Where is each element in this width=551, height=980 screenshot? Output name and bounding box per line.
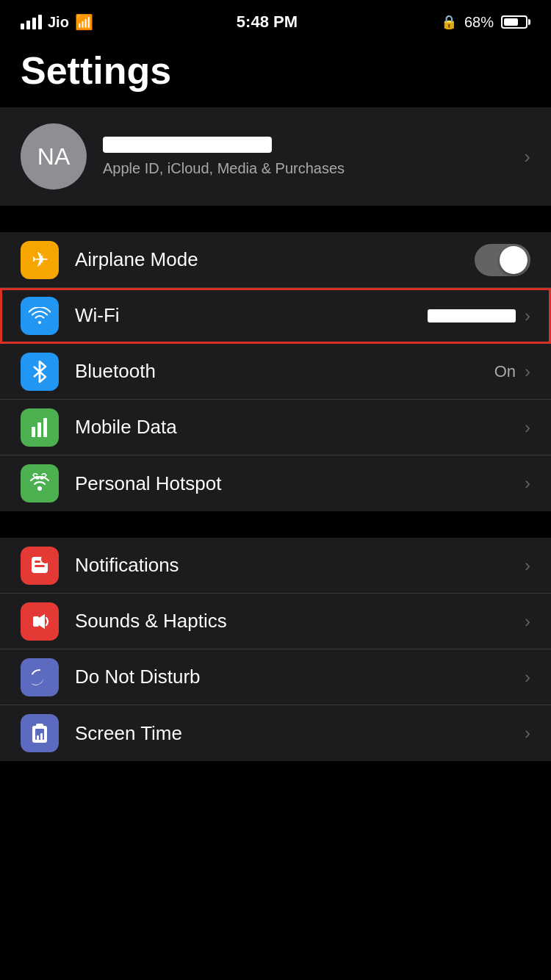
screen-time-label: Screen Time (75, 722, 522, 745)
svg-rect-10 (35, 565, 45, 567)
svg-rect-4 (37, 422, 41, 437)
avatar: NA (21, 123, 87, 190)
personal-hotspot-label: Personal Hotspot (75, 472, 522, 495)
notifications-label: Notifications (75, 554, 522, 577)
screen-time-row[interactable]: Screen Time › (0, 705, 551, 761)
general-settings-group: Notifications › Sounds & Haptics › Do No… (0, 538, 551, 761)
bluetooth-label: Bluetooth (75, 360, 494, 383)
bluetooth-row[interactable]: Bluetooth On › (0, 344, 551, 400)
personal-hotspot-icon (21, 464, 59, 502)
notifications-chevron: › (525, 555, 530, 576)
signal-bars (21, 15, 42, 29)
personal-hotspot-chevron: › (525, 473, 530, 494)
toggle-knob (500, 246, 527, 274)
section-gap-1 (0, 206, 551, 232)
bluetooth-icon (21, 353, 59, 391)
wifi-label: Wi-Fi (75, 304, 428, 327)
profile-name-bar (103, 137, 272, 153)
page-title-section: Settings (0, 40, 551, 107)
profile-subtitle: Apple ID, iCloud, Media & Purchases (103, 160, 508, 177)
wifi-chevron: › (525, 306, 530, 326)
svg-rect-9 (35, 561, 40, 563)
screen-time-icon (21, 714, 59, 752)
svg-rect-18 (40, 733, 43, 740)
sounds-haptics-label: Sounds & Haptics (75, 610, 522, 633)
wifi-value-bar (428, 309, 516, 323)
mobile-data-icon (21, 408, 59, 447)
status-left: Jio 📶 (21, 13, 93, 31)
mobile-data-row[interactable]: Mobile Data › (0, 400, 551, 455)
svg-point-6 (37, 486, 42, 491)
do-not-disturb-chevron: › (525, 667, 530, 688)
carrier-label: Jio (48, 14, 69, 31)
status-bar: Jio 📶 5:48 PM 🔒 68% (0, 0, 551, 40)
status-right: 🔒 68% (441, 14, 530, 31)
battery-percent: 68% (464, 14, 494, 31)
svg-rect-3 (32, 427, 35, 437)
profile-chevron: › (524, 145, 530, 168)
do-not-disturb-label: Do Not Disturb (75, 666, 522, 688)
connectivity-group: ✈ Airplane Mode Wi-Fi › (0, 232, 551, 511)
notifications-row[interactable]: Notifications › (0, 538, 551, 594)
bluetooth-chevron: › (525, 361, 530, 382)
personal-hotspot-row[interactable]: Personal Hotspot › (0, 455, 551, 511)
airplane-mode-toggle[interactable] (475, 244, 530, 276)
profile-row[interactable]: NA Apple ID, iCloud, Media & Purchases › (0, 107, 551, 206)
screen-time-chevron: › (525, 723, 530, 743)
page-title: Settings (21, 48, 530, 93)
svg-rect-16 (35, 734, 44, 737)
do-not-disturb-icon (21, 658, 59, 696)
wifi-icon (21, 297, 59, 335)
svg-point-8 (41, 555, 50, 563)
svg-marker-12 (39, 614, 45, 629)
airplane-mode-label: Airplane Mode (75, 248, 475, 271)
wifi-status-icon: 📶 (75, 13, 93, 31)
sounds-haptics-row[interactable]: Sounds & Haptics › (0, 594, 551, 649)
bluetooth-value: On (494, 362, 516, 381)
notifications-icon (21, 547, 59, 585)
profile-info: Apple ID, iCloud, Media & Purchases (103, 137, 508, 177)
sounds-haptics-chevron: › (525, 611, 530, 632)
airplane-mode-row[interactable]: ✈ Airplane Mode (0, 232, 551, 288)
svg-rect-5 (43, 418, 47, 437)
do-not-disturb-row[interactable]: Do Not Disturb › (0, 649, 551, 705)
mobile-data-label: Mobile Data (75, 416, 522, 439)
status-time: 5:48 PM (237, 12, 298, 32)
section-gap-2 (0, 511, 551, 538)
mobile-data-chevron: › (525, 417, 530, 438)
svg-rect-11 (33, 616, 39, 627)
lock-icon: 🔒 (441, 14, 457, 30)
wifi-row[interactable]: Wi-Fi › (0, 288, 551, 344)
airplane-mode-icon: ✈ (21, 241, 59, 279)
svg-rect-17 (37, 735, 39, 740)
battery-icon (501, 15, 530, 29)
sounds-icon (21, 602, 59, 641)
